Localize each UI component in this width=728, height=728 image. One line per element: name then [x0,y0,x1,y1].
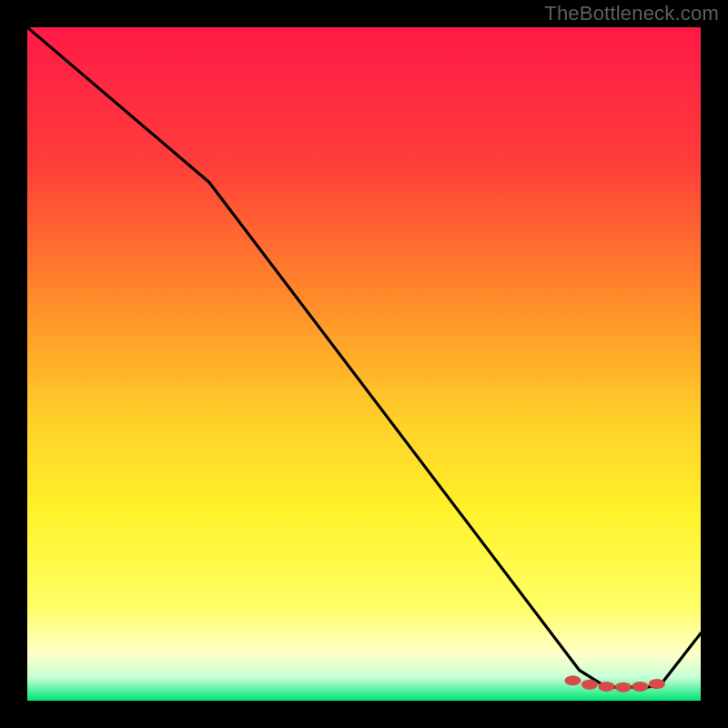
marker-dot [598,682,614,692]
watermark-text: TheBottleneck.com [544,2,719,25]
marker-dot [649,679,665,689]
chart-stage: TheBottleneck.com [0,0,728,728]
plot-area [27,27,701,701]
marker-dot [564,675,581,685]
marker-dot [615,682,632,693]
chart-svg [27,27,701,701]
gradient-background [27,27,701,701]
marker-dot [632,682,648,692]
marker-dot [581,680,598,690]
